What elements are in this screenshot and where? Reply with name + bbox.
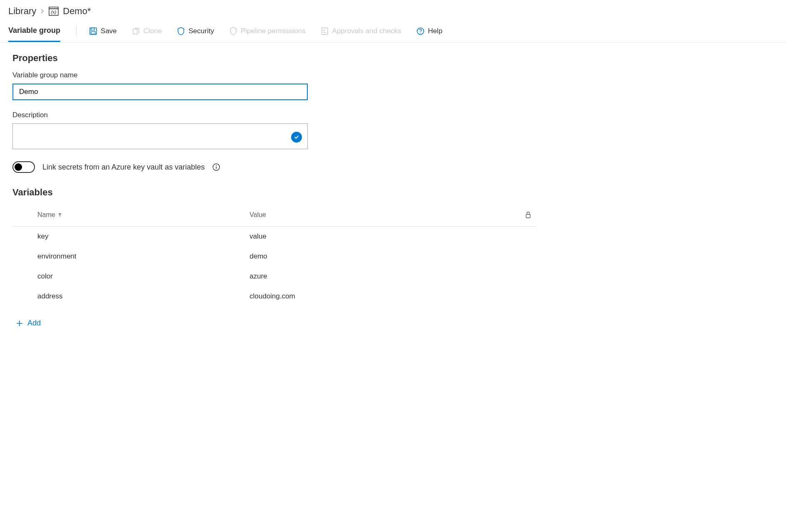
variable-name: color [37, 272, 250, 281]
variables-header-row: Name Value [12, 204, 536, 227]
column-header-lock [520, 211, 536, 219]
column-header-value[interactable]: Value [250, 211, 520, 219]
tabbar: Variable group Save Clone Security [0, 19, 786, 43]
help-icon [416, 27, 425, 35]
properties-heading: Properties [12, 53, 536, 64]
svg-rect-5 [91, 32, 95, 34]
help-button[interactable]: Help [416, 27, 442, 41]
tab-variable-group[interactable]: Variable group [8, 26, 60, 42]
variables-section: Variables Name Value [12, 187, 536, 328]
toolbar-separator [76, 26, 77, 37]
table-row[interactable]: address cloudoing.com [12, 286, 536, 306]
add-label: Add [27, 319, 41, 328]
table-row[interactable]: environment demo [12, 246, 536, 266]
svg-text:(x): (x) [51, 10, 57, 15]
security-label: Security [188, 27, 214, 35]
save-button[interactable]: Save [89, 27, 117, 41]
description-field-wrap [12, 123, 308, 150]
clone-label: Clone [143, 27, 162, 35]
pipeline-permissions-label: Pipeline permissions [241, 27, 306, 35]
column-name-label: Name [37, 211, 55, 219]
breadcrumb-current: Demo* [63, 6, 91, 17]
clone-button: Clone [132, 27, 162, 41]
plus-icon [16, 320, 23, 327]
breadcrumb: Library (x) Demo* [0, 0, 786, 19]
link-secrets-toggle[interactable] [12, 161, 35, 173]
sort-up-icon [58, 212, 62, 217]
shield-outline-icon [229, 27, 237, 36]
approvals-checks-button: Approvals and checks [321, 27, 401, 41]
column-header-name[interactable]: Name [37, 211, 250, 219]
svg-rect-6 [133, 29, 137, 34]
pipeline-permissions-button: Pipeline permissions [229, 27, 306, 42]
breadcrumb-library-link[interactable]: Library [8, 6, 36, 17]
link-secrets-toggle-row: Link secrets from an Azure key vault as … [12, 161, 536, 173]
svg-rect-7 [322, 28, 328, 34]
check-icon [291, 132, 302, 143]
variable-value: cloudoing.com [250, 292, 520, 300]
toggle-knob [15, 163, 22, 171]
checklist-icon [321, 27, 329, 35]
approvals-checks-label: Approvals and checks [332, 27, 401, 35]
variable-name: key [37, 232, 250, 241]
table-row[interactable]: key value [12, 227, 536, 246]
clone-icon [132, 27, 140, 35]
info-icon[interactable] [212, 163, 220, 171]
main-content: Properties Variable group name Descripti… [0, 43, 549, 338]
svg-point-12 [216, 165, 217, 166]
description-input[interactable] [12, 123, 308, 149]
variable-value: azure [250, 272, 520, 281]
variable-name: environment [37, 252, 250, 261]
description-label: Description [12, 111, 536, 119]
save-icon [89, 27, 97, 35]
svg-point-10 [420, 33, 421, 34]
variable-group-icon: (x) [49, 7, 59, 16]
add-variable-button[interactable]: Add [12, 306, 44, 328]
shield-icon [177, 27, 185, 36]
variable-value: demo [250, 252, 520, 261]
table-row[interactable]: color azure [12, 266, 536, 286]
chevron-right-icon [40, 8, 44, 14]
variable-group-name-label: Variable group name [12, 71, 536, 79]
variable-group-name-input[interactable] [12, 84, 308, 100]
lock-icon [525, 211, 531, 219]
svg-rect-14 [526, 214, 530, 218]
svg-rect-4 [91, 28, 94, 30]
variable-name: address [37, 292, 250, 300]
variables-table: Name Value key value [12, 204, 536, 306]
variables-heading: Variables [12, 187, 536, 198]
security-button[interactable]: Security [177, 27, 214, 42]
variable-value: value [250, 232, 520, 241]
save-label: Save [101, 27, 117, 35]
link-secrets-label: Link secrets from an Azure key vault as … [42, 163, 205, 172]
help-label: Help [428, 27, 442, 35]
